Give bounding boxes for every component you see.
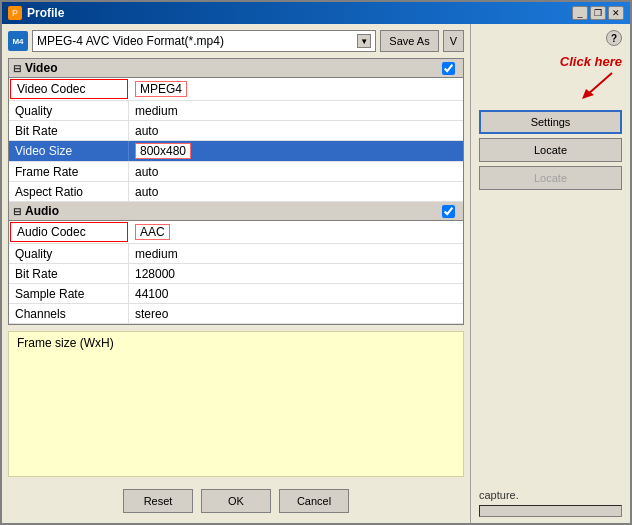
reset-button[interactable]: Reset — [123, 489, 193, 513]
frame-rate-label: Frame Rate — [9, 162, 129, 181]
audio-enabled-checkbox[interactable] — [442, 205, 455, 218]
format-value: MPEG-4 AVC Video Format(*.mp4) — [37, 34, 224, 48]
frame-rate-row: Frame Rate auto — [9, 162, 463, 182]
bitrate-value: auto — [129, 121, 463, 140]
frame-rate-value: auto — [129, 162, 463, 181]
audio-bitrate-label: Bit Rate — [9, 264, 129, 283]
content-area: M4 MPEG-4 AVC Video Format(*.mp4) ▼ Save… — [2, 24, 630, 523]
quality-row: Quality medium — [9, 101, 463, 121]
sample-rate-value: 44100 — [129, 284, 463, 303]
audio-section-label: Audio — [25, 204, 59, 218]
aspect-ratio-value: auto — [129, 182, 463, 201]
v-button[interactable]: V — [443, 30, 464, 52]
channels-row: Channels stereo — [9, 304, 463, 324]
locate-button-1[interactable]: Locate — [479, 138, 622, 162]
video-codec-value-text: MPEG4 — [135, 81, 187, 97]
title-bar-left: P Profile — [8, 6, 64, 20]
locate-button-2: Locate — [479, 166, 622, 190]
audio-bitrate-row: Bit Rate 128000 — [9, 264, 463, 284]
video-enabled-checkbox[interactable] — [442, 62, 455, 75]
settings-table: ⊟ Video Video Codec MPEG4 Quality — [8, 58, 464, 325]
video-section-header: ⊟ Video — [9, 59, 463, 78]
sample-rate-row: Sample Rate 44100 — [9, 284, 463, 304]
aspect-ratio-label: Aspect Ratio — [9, 182, 129, 201]
quality-value: medium — [129, 101, 463, 120]
description-text: Frame size (WxH) — [17, 336, 114, 350]
aspect-ratio-row: Aspect Ratio auto — [9, 182, 463, 202]
audio-quality-value: medium — [129, 244, 463, 263]
left-panel: M4 MPEG-4 AVC Video Format(*.mp4) ▼ Save… — [2, 24, 470, 523]
dropdown-arrow-icon[interactable]: ▼ — [357, 34, 371, 48]
video-size-value-text: 800x480 — [135, 143, 191, 159]
audio-codec-label: Audio Codec — [10, 222, 128, 242]
video-size-label: Video Size — [9, 141, 129, 161]
svg-line-0 — [587, 73, 612, 95]
click-here-text: Click here — [560, 54, 622, 69]
arrow-annotation — [572, 71, 622, 101]
audio-codec-row: Audio Codec AAC — [9, 221, 463, 244]
restore-button[interactable]: ❐ — [590, 6, 606, 20]
format-icon: M4 — [8, 31, 28, 51]
format-dropdown[interactable]: MPEG-4 AVC Video Format(*.mp4) ▼ — [32, 30, 376, 52]
sample-rate-label: Sample Rate — [9, 284, 129, 303]
audio-collapse-icon[interactable]: ⊟ — [13, 206, 21, 217]
video-size-row[interactable]: Video Size 800x480 — [9, 141, 463, 162]
video-section-label: Video — [25, 61, 57, 75]
capture-text: capture. — [479, 485, 622, 501]
save-as-button[interactable]: Save As — [380, 30, 438, 52]
video-collapse-icon[interactable]: ⊟ — [13, 63, 21, 74]
arrow-icon — [572, 71, 622, 101]
audio-codec-value: AAC — [129, 221, 463, 243]
minimize-button[interactable]: _ — [572, 6, 588, 20]
video-codec-value: MPEG4 — [129, 78, 463, 100]
audio-codec-value-text: AAC — [135, 224, 170, 240]
app-icon: P — [8, 6, 22, 20]
quality-label: Quality — [9, 101, 129, 120]
right-buttons-group: Settings Locate Locate — [479, 110, 622, 190]
settings-button[interactable]: Settings — [479, 110, 622, 134]
video-codec-row: Video Codec MPEG4 — [9, 78, 463, 101]
video-size-value: 800x480 — [129, 141, 463, 161]
channels-label: Channels — [9, 304, 129, 323]
description-box: Frame size (WxH) — [8, 331, 464, 477]
title-buttons: _ ❐ ✕ — [572, 6, 624, 20]
audio-bitrate-value: 128000 — [129, 264, 463, 283]
video-codec-label: Video Codec — [10, 79, 128, 99]
audio-quality-label: Quality — [9, 244, 129, 263]
help-button[interactable]: ? — [606, 30, 622, 46]
bottom-buttons: Reset OK Cancel — [8, 483, 464, 517]
bitrate-row: Bit Rate auto — [9, 121, 463, 141]
main-window: P Profile _ ❐ ✕ M4 MPEG-4 AVC Video Form… — [0, 0, 632, 525]
ok-button[interactable]: OK — [201, 489, 271, 513]
toolbar-row: M4 MPEG-4 AVC Video Format(*.mp4) ▼ Save… — [8, 30, 464, 52]
close-button[interactable]: ✕ — [608, 6, 624, 20]
window-title: Profile — [27, 6, 64, 20]
audio-quality-row: Quality medium — [9, 244, 463, 264]
click-here-annotation: Click here — [479, 54, 622, 105]
scrollbar-area[interactable] — [479, 505, 622, 517]
right-panel: ? Click here Settings Locate Locate — [470, 24, 630, 523]
bitrate-label: Bit Rate — [9, 121, 129, 140]
title-bar: P Profile _ ❐ ✕ — [2, 2, 630, 24]
cancel-button[interactable]: Cancel — [279, 489, 349, 513]
audio-section-header: ⊟ Audio — [9, 202, 463, 221]
channels-value: stereo — [129, 304, 463, 323]
